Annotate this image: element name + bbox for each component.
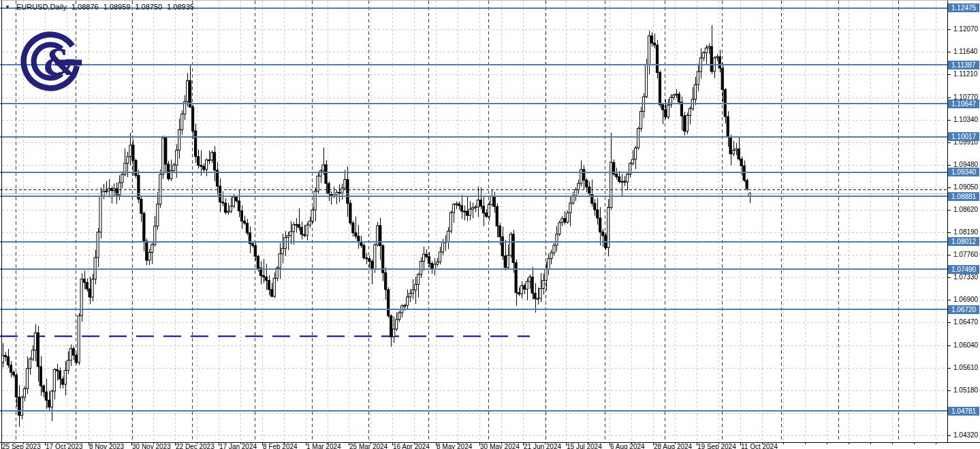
candle-body xyxy=(621,181,623,182)
candle-body xyxy=(569,203,571,213)
price-level-badge: 1.09340 xyxy=(948,168,979,176)
candle-body xyxy=(702,53,704,59)
time-tick-label: 15 Jul 2024 xyxy=(567,443,602,449)
candle-body xyxy=(490,196,492,204)
candle-body xyxy=(298,224,300,227)
candle-body xyxy=(452,204,454,213)
candle-body xyxy=(507,256,509,268)
candle-body xyxy=(455,204,457,204)
quote-open: 1.08876 xyxy=(72,3,99,11)
candle-body xyxy=(347,180,349,204)
chart-window: & ▼ EURUSD,Daily 1.08876 1.08959 1.08750… xyxy=(0,0,980,449)
candle-body xyxy=(99,196,101,232)
candle-body xyxy=(482,206,484,213)
price-tick-label: 1.07760 xyxy=(953,251,978,258)
candle-body xyxy=(213,153,215,170)
price-level-badge: 1.10647 xyxy=(948,99,979,108)
time-tick-label: 22 Dec 2023 xyxy=(176,443,215,449)
candle-body xyxy=(396,320,398,329)
candle-body xyxy=(512,234,514,263)
candle-body xyxy=(675,94,677,95)
candlestick-plot[interactable] xyxy=(0,1,948,442)
time-tick-label: 8 May 2024 xyxy=(437,443,472,449)
candle-body xyxy=(738,149,740,159)
ampersand-glyph: & xyxy=(44,42,76,83)
price-tick-label: 1.05610 xyxy=(953,364,978,371)
time-axis[interactable]: 25 Sep 202317 Oct 20238 Nov 202330 Nov 2… xyxy=(0,443,980,449)
candle-body xyxy=(72,349,74,356)
candle-body xyxy=(151,245,153,253)
candle-body xyxy=(379,226,381,246)
price-tick-label: 1.06040 xyxy=(953,341,978,349)
candle-body xyxy=(227,211,229,213)
time-tick-label: 21 Jun 2024 xyxy=(524,443,561,449)
candle-body xyxy=(140,199,142,213)
candle-body xyxy=(504,256,506,268)
candle-body xyxy=(50,391,52,407)
candle-body xyxy=(599,218,601,232)
candle-body xyxy=(254,245,256,256)
candle-body xyxy=(534,293,536,298)
chart-canvas[interactable] xyxy=(0,1,948,442)
candle-body xyxy=(694,84,696,99)
candle-body xyxy=(716,57,718,58)
candle-body xyxy=(157,204,159,226)
candle-body xyxy=(317,176,319,191)
candle-body xyxy=(390,316,392,337)
candle-body xyxy=(404,305,406,306)
candle-body xyxy=(165,138,167,164)
candle-body xyxy=(653,43,655,45)
candle-body xyxy=(499,226,501,237)
candle-body xyxy=(597,210,599,218)
candle-body xyxy=(12,372,14,375)
candle-body xyxy=(428,257,430,264)
time-tick-label: 16 Apr 2024 xyxy=(393,443,430,449)
candle-body xyxy=(26,369,28,389)
candle-body xyxy=(439,252,441,262)
candle-body xyxy=(173,165,175,170)
candle-body xyxy=(746,181,748,189)
candle-body xyxy=(586,180,588,187)
candle-body xyxy=(537,298,539,299)
candle-body xyxy=(265,277,267,281)
price-level-badge: 1.10017 xyxy=(948,132,979,141)
candle-body xyxy=(168,164,170,179)
candle-body xyxy=(210,153,212,160)
candle-body xyxy=(610,162,612,207)
price-tick-label: 1.07330 xyxy=(953,273,978,281)
candle-body xyxy=(659,72,661,104)
candle-body xyxy=(583,170,585,180)
price-tick-mark xyxy=(948,435,951,436)
candle-body xyxy=(67,360,69,371)
candle-body xyxy=(433,264,435,269)
candle-body xyxy=(561,219,563,223)
candle-body xyxy=(493,196,495,206)
candle-body xyxy=(594,203,596,210)
time-tick-label: 30 May 2024 xyxy=(480,443,520,449)
candle-body xyxy=(349,203,351,223)
candle-body xyxy=(371,262,373,270)
price-tick-label: 1.05180 xyxy=(953,386,978,394)
candle-body xyxy=(270,290,272,296)
time-tick-label: 1 Mar 2024 xyxy=(306,443,341,449)
candle-body xyxy=(423,254,425,261)
candle-body xyxy=(710,46,712,72)
candle-body xyxy=(743,166,745,181)
candle-body xyxy=(672,95,674,97)
candle-body xyxy=(447,231,449,242)
time-tick-label: 19 Sep 2024 xyxy=(697,443,736,449)
price-axis[interactable]: 1.120701.116401.112101.107701.103401.099… xyxy=(948,1,980,442)
candle-body xyxy=(257,256,259,268)
candle-body xyxy=(268,281,270,290)
candle-body xyxy=(542,280,544,288)
candle-body xyxy=(689,108,691,115)
candle-body xyxy=(48,400,50,407)
candle-body xyxy=(279,254,281,268)
candle-body xyxy=(224,203,226,213)
candle-body xyxy=(34,332,36,350)
candle-body xyxy=(341,188,343,193)
candle-body xyxy=(129,145,131,157)
candle-body xyxy=(37,332,39,367)
price-level-badge: 1.07490 xyxy=(948,265,979,274)
price-tick-label: 1.04320 xyxy=(953,431,978,439)
